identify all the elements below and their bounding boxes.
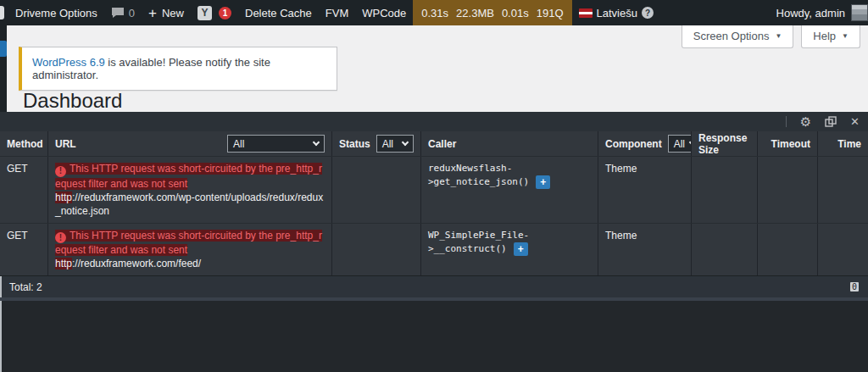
admin-bar-language[interactable]: Latviešu ? [572,0,660,25]
component-filter-value: All [674,138,685,150]
admin-bar-delete-cache[interactable]: Delete Cache [238,0,319,25]
column-header-status: Status All [332,131,421,156]
comment-bubble-icon [111,7,125,19]
admin-bar-wpcode[interactable]: WPCode [355,0,413,25]
help-question-icon: ? [642,7,654,19]
timeout-cell [758,224,818,276]
query-monitor-stats[interactable]: 0.31s 22.3MB 0.01s 191Q [413,0,571,25]
url-cell: !This HTTP request was short-circuited b… [48,224,332,276]
chevron-down-icon [402,139,409,146]
column-header-timeout: Timeout [758,131,818,156]
caller-text: reduxNewsflash->get_notice_json() [428,163,529,187]
delete-cache-label: Delete Cache [245,7,312,19]
plus-icon: + [148,6,157,20]
time-total: 0 [850,282,859,291]
latvia-flag-icon [579,8,593,18]
settings-gear-icon[interactable]: ⚙ [800,115,811,128]
language-label: Latviešu [597,7,637,19]
qm-titlebar: ⚙ ✕ [0,112,868,131]
component-cell: Theme [598,157,692,223]
response-size-cell [692,157,758,223]
admin-bar-left: Driveme Options 0 + New Y 1 Delete Cache… [0,0,660,25]
admin-bar: Driveme Options 0 + New Y 1 Delete Cache… [0,0,868,25]
url-scheme: http [55,258,72,269]
screen-meta-tabs: Screen Options ▼ Help ▼ [682,25,860,48]
http-table-header: Method URL All Status All Caller Compone… [0,131,868,156]
qm-memory: 22.3MB [456,7,494,19]
method-cell: GET [0,224,48,276]
yoast-notification-badge: 1 [219,7,231,19]
help-button[interactable]: Help ▼ [801,25,860,48]
wpcode-label: WPCode [362,7,406,19]
column-header-component: Component All [598,131,692,156]
qm-panel-empty-area [0,297,868,372]
column-header-response-size: Response Size [692,131,758,156]
new-label: New [162,7,184,19]
component-header-label: Component [605,138,662,150]
qm-page-time: 0.31s [421,7,448,19]
expand-caller-button[interactable]: + [514,242,528,256]
response-size-cell [692,224,758,276]
request-error-message: !This HTTP request was short-circuited b… [55,230,322,257]
help-label: Help [813,30,836,42]
panel-position-icon[interactable] [825,116,837,127]
url-rest: ://reduxframework.com/wp-content/uploads… [55,192,323,217]
expand-caller-button[interactable]: + [536,175,550,189]
update-notice: WordPress 6.9 is available! Please notif… [19,47,337,91]
page-title: Dashboard [23,88,122,112]
caret-down-icon: ▼ [775,33,782,40]
caller-cell: WP_SimplePie_File->__construct()+ [421,224,598,276]
admin-bar-fvm[interactable]: FVM [319,0,355,25]
status-cell [332,157,421,223]
timeout-cell [758,157,818,223]
status-cell [332,224,421,276]
http-request-row: GET !This HTTP request was short-circuit… [0,156,868,223]
fvm-label: FVM [326,7,348,19]
wordpress-update-link[interactable]: WordPress 6.9 [32,56,105,69]
wp-logo-partial-icon[interactable] [0,6,4,19]
qm-table-footer: Total: 2 0 [0,275,868,297]
status-filter-value: All [382,138,393,150]
error-text: This HTTP request was short-circuited by… [55,163,322,190]
admin-bar-comments[interactable]: 0 [104,0,142,25]
url-filter-value: All [233,138,244,150]
wordpress-admin-screen: Driveme Options 0 + New Y 1 Delete Cache… [0,0,868,372]
component-cell: Theme [598,224,692,276]
qm-db-time: 0.01s [502,7,529,19]
http-request-row: GET !This HTTP request was short-circuit… [0,223,868,276]
admin-menu-edge [0,25,7,112]
url-cell: !This HTTP request was short-circuited b… [48,157,332,223]
admin-bar-site-menu[interactable]: Driveme Options [8,0,104,25]
admin-menu-current-item[interactable] [0,41,7,57]
comments-count: 0 [129,7,135,19]
time-cell [818,157,868,223]
component-filter-select[interactable]: All [668,135,692,153]
column-header-method: Method [0,131,48,156]
column-header-url: URL All [48,131,332,156]
url-scheme: http [55,192,72,203]
request-url: http://reduxframework.com/feed/ [55,258,201,269]
admin-bar-yoast[interactable]: Y 1 [191,0,238,25]
query-monitor-panel: ⚙ ✕ Method URL All Status All [0,112,868,372]
total-count: Total: 2 [9,281,42,293]
column-header-time: Time [818,131,868,156]
chevron-down-icon [313,139,320,146]
request-url: http://reduxframework.com/wp-content/upl… [55,192,323,217]
error-icon: ! [55,232,66,243]
method-cell: GET [0,157,48,223]
close-icon[interactable]: ✕ [850,116,860,127]
screen-options-button[interactable]: Screen Options ▼ [682,25,794,48]
status-header-label: Status [339,138,370,150]
avatar [851,4,868,21]
admin-bar-account[interactable]: Howdy, admin [770,0,868,25]
caller-cell: reduxNewsflash->get_notice_json()+ [421,157,598,223]
site-menu-label: Driveme Options [15,7,97,19]
status-filter-select[interactable]: All [376,135,414,153]
error-icon: ! [55,166,66,177]
url-filter-select[interactable]: All [227,135,325,153]
howdy-label: Howdy, admin [776,7,845,19]
titlebar-divider [786,116,787,127]
url-rest: ://reduxframework.com/feed/ [72,258,201,269]
admin-bar-new[interactable]: + New [142,0,191,25]
request-error-message: !This HTTP request was short-circuited b… [55,163,322,190]
